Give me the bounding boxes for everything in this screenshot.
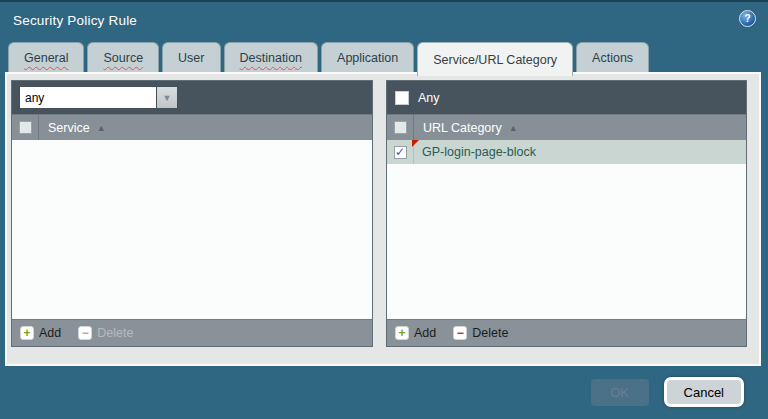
tab-general[interactable]: General xyxy=(8,42,84,72)
url-add-button[interactable]: + Add xyxy=(395,326,436,340)
url-category-panel-header: Any xyxy=(387,81,746,114)
url-any-label: Any xyxy=(418,91,440,105)
url-category-column-label: URL Category xyxy=(423,121,502,135)
modified-marker-icon xyxy=(412,140,419,147)
sort-asc-icon[interactable]: ▲ xyxy=(97,123,106,133)
url-select-all-checkbox[interactable] xyxy=(394,121,407,134)
tab-source[interactable]: Source xyxy=(87,42,159,72)
tab-label: Actions xyxy=(592,51,633,65)
tab-content: ▼ Service ▲ + Add xyxy=(5,72,761,366)
tab-label: Destination xyxy=(240,51,303,65)
service-panel: ▼ Service ▲ + Add xyxy=(11,80,373,347)
dialog-title: Security Policy Rule xyxy=(13,13,137,28)
cancel-button[interactable]: Cancel xyxy=(664,377,744,407)
url-delete-button[interactable]: − Delete xyxy=(453,326,508,340)
service-column-header: Service ▲ xyxy=(12,114,372,140)
dialog-buttons: OK Cancel xyxy=(591,377,744,407)
help-icon[interactable]: ? xyxy=(739,10,756,27)
add-icon: + xyxy=(395,326,409,340)
add-icon: + xyxy=(20,326,34,340)
tab-service-url-category[interactable]: Service/URL Category xyxy=(417,42,573,76)
tab-label: User xyxy=(178,51,204,65)
tab-application[interactable]: Application xyxy=(321,42,414,72)
tab-actions[interactable]: Actions xyxy=(576,42,649,72)
url-category-panel-footer: + Add − Delete xyxy=(387,319,746,346)
delete-icon: − xyxy=(78,326,92,340)
service-panel-footer: + Add − Delete xyxy=(12,319,372,346)
tab-user[interactable]: User xyxy=(162,42,220,72)
ok-button[interactable]: OK xyxy=(591,379,649,406)
service-select-all-checkbox[interactable] xyxy=(19,121,32,134)
service-dropdown-input[interactable] xyxy=(19,86,157,109)
check-icon: ✓ xyxy=(395,146,405,158)
service-list xyxy=(12,140,372,319)
url-category-column-header: URL Category ▲ xyxy=(387,114,746,140)
chevron-down-icon: ▼ xyxy=(163,93,172,103)
tab-label: Application xyxy=(337,51,398,65)
url-category-list: ✓ GP-login-page-block xyxy=(387,140,746,319)
tab-label: General xyxy=(24,51,68,65)
service-dropdown-button[interactable]: ▼ xyxy=(157,86,178,109)
tab-label: Source xyxy=(103,51,143,65)
title-bar: Security Policy Rule ? xyxy=(0,0,768,42)
tab-bar: General Source User Destination Applicat… xyxy=(8,42,762,76)
delete-icon: − xyxy=(453,326,467,340)
service-dropdown: ▼ xyxy=(19,86,178,109)
url-category-panel: Any URL Category ▲ ✓ GP-login-page- xyxy=(386,80,747,347)
tab-destination[interactable]: Destination xyxy=(224,42,319,72)
url-category-name: GP-login-page-block xyxy=(422,145,536,159)
url-any-checkbox[interactable] xyxy=(395,91,409,105)
service-column-label: Service xyxy=(48,121,90,135)
tab-label: Service/URL Category xyxy=(433,53,557,67)
service-add-button[interactable]: + Add xyxy=(20,326,61,340)
sort-asc-icon[interactable]: ▲ xyxy=(509,123,518,133)
url-category-row[interactable]: ✓ GP-login-page-block xyxy=(387,140,746,164)
service-panel-header: ▼ xyxy=(12,81,372,114)
service-delete-button[interactable]: − Delete xyxy=(78,326,133,340)
row-checkbox[interactable]: ✓ xyxy=(394,146,407,159)
